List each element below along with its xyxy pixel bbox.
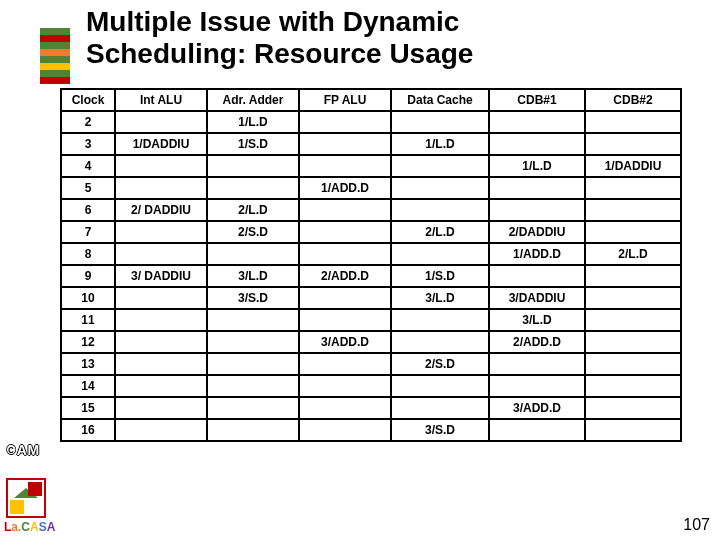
table-row: 41/L.D1/DADDIU — [61, 155, 681, 177]
cell-fp_alu — [299, 309, 391, 331]
cell-cdb2 — [585, 331, 681, 353]
cell-fp_alu — [299, 287, 391, 309]
resource-usage-table-wrap: Clock Int ALU Adr. Adder FP ALU Data Cac… — [60, 88, 680, 442]
cell-fp_alu: 2/ADD.D — [299, 265, 391, 287]
cell-adr_adder — [207, 397, 299, 419]
lacasa-logo — [6, 478, 46, 518]
col-cdb2: CDB#2 — [585, 89, 681, 111]
cell-clock: 11 — [61, 309, 115, 331]
title-line1: Multiple Issue with Dynamic — [86, 6, 459, 37]
cell-adr_adder — [207, 177, 299, 199]
cell-fp_alu — [299, 155, 391, 177]
cell-clock: 10 — [61, 287, 115, 309]
cell-clock: 4 — [61, 155, 115, 177]
cell-fp_alu — [299, 221, 391, 243]
slide-title: Multiple Issue with Dynamic Scheduling: … — [86, 6, 473, 70]
cell-adr_adder — [207, 155, 299, 177]
cell-cdb1 — [489, 265, 585, 287]
col-adr-adder: Adr. Adder — [207, 89, 299, 111]
slide: Multiple Issue with Dynamic Scheduling: … — [0, 0, 720, 540]
col-cdb1: CDB#1 — [489, 89, 585, 111]
cell-cdb1 — [489, 199, 585, 221]
legend-stripe — [40, 77, 70, 84]
cell-cdb2 — [585, 309, 681, 331]
cell-int_alu: 2/ DADDIU — [115, 199, 207, 221]
table-row: 21/L.D — [61, 111, 681, 133]
cell-data_cache: 2/S.D — [391, 353, 489, 375]
cell-data_cache — [391, 177, 489, 199]
table-row: 132/S.D — [61, 353, 681, 375]
cell-fp_alu — [299, 375, 391, 397]
resource-usage-table: Clock Int ALU Adr. Adder FP ALU Data Cac… — [60, 88, 682, 442]
cell-clock: 12 — [61, 331, 115, 353]
col-data-cache: Data Cache — [391, 89, 489, 111]
cell-cdb1: 3/L.D — [489, 309, 585, 331]
cell-cdb1: 3/ADD.D — [489, 397, 585, 419]
logo-yellow-square-icon — [10, 500, 24, 514]
cell-clock: 3 — [61, 133, 115, 155]
cell-cdb2 — [585, 177, 681, 199]
cell-fp_alu: 3/ADD.D — [299, 331, 391, 353]
title-line2: Scheduling: Resource Usage — [86, 38, 473, 69]
cell-fp_alu — [299, 111, 391, 133]
table-row: 103/S.D3/L.D3/DADDIU — [61, 287, 681, 309]
cell-clock: 16 — [61, 419, 115, 441]
table-row: 93/ DADDIU3/L.D2/ADD.D1/S.D — [61, 265, 681, 287]
legend-stripe — [40, 63, 70, 70]
cell-cdb1 — [489, 177, 585, 199]
table-row: 14 — [61, 375, 681, 397]
col-clock: Clock — [61, 89, 115, 111]
legend-stripe — [40, 49, 70, 56]
col-fp-alu: FP ALU — [299, 89, 391, 111]
table-row: 51/ADD.D — [61, 177, 681, 199]
table-row: 62/ DADDIU2/L.D — [61, 199, 681, 221]
legend-stripe — [40, 70, 70, 77]
cell-cdb1 — [489, 375, 585, 397]
table-row: 153/ADD.D — [61, 397, 681, 419]
cell-cdb2 — [585, 353, 681, 375]
cell-adr_adder: 3/S.D — [207, 287, 299, 309]
cell-fp_alu — [299, 419, 391, 441]
cell-adr_adder: 2/S.D — [207, 221, 299, 243]
cell-cdb1: 1/ADD.D — [489, 243, 585, 265]
cell-cdb2: 2/L.D — [585, 243, 681, 265]
cell-data_cache — [391, 199, 489, 221]
cell-fp_alu — [299, 199, 391, 221]
lacasa-s: S — [39, 520, 47, 534]
cell-cdb1 — [489, 111, 585, 133]
copyright-symbol: © — [6, 442, 17, 458]
cell-adr_adder: 3/L.D — [207, 265, 299, 287]
cell-int_alu — [115, 177, 207, 199]
table-header-row: Clock Int ALU Adr. Adder FP ALU Data Cac… — [61, 89, 681, 111]
cell-clock: 6 — [61, 199, 115, 221]
cell-adr_adder: 1/S.D — [207, 133, 299, 155]
cell-data_cache — [391, 155, 489, 177]
cell-adr_adder: 1/L.D — [207, 111, 299, 133]
legend-stripe — [40, 56, 70, 63]
table-body: 21/L.D31/DADDIU1/S.D1/L.D41/L.D1/DADDIU5… — [61, 111, 681, 441]
cell-cdb2 — [585, 287, 681, 309]
cell-cdb2: 1/DADDIU — [585, 155, 681, 177]
col-int-alu: Int ALU — [115, 89, 207, 111]
cell-int_alu — [115, 221, 207, 243]
cell-int_alu — [115, 243, 207, 265]
cell-cdb2 — [585, 397, 681, 419]
cell-data_cache: 2/L.D — [391, 221, 489, 243]
cell-int_alu — [115, 397, 207, 419]
lacasa-a2: A — [30, 520, 39, 534]
cell-clock: 9 — [61, 265, 115, 287]
table-row: 123/ADD.D2/ADD.D — [61, 331, 681, 353]
cell-fp_alu — [299, 133, 391, 155]
cell-adr_adder — [207, 243, 299, 265]
cell-cdb2 — [585, 133, 681, 155]
cell-cdb1 — [489, 419, 585, 441]
cell-cdb1: 1/L.D — [489, 155, 585, 177]
legend-stripe — [40, 42, 70, 49]
am-badge: ©AM — [6, 442, 40, 458]
legend-bar — [40, 28, 70, 84]
cell-cdb2 — [585, 265, 681, 287]
cell-int_alu: 1/DADDIU — [115, 133, 207, 155]
cell-cdb2 — [585, 419, 681, 441]
cell-cdb1: 2/DADDIU — [489, 221, 585, 243]
cell-cdb1 — [489, 353, 585, 375]
